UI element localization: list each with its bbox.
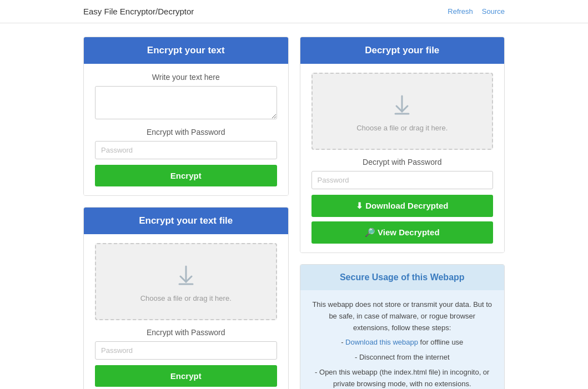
source-link[interactable]: Source: [482, 7, 505, 16]
decrypt-password-input[interactable]: [311, 171, 494, 189]
secure-body: This webapp does not store or transmit y…: [300, 290, 505, 389]
text-input[interactable]: [95, 86, 277, 119]
left-column: Encrypt your text Write your text here E…: [83, 37, 289, 389]
top-bar: Easy File Encryptor/Decryptor Refresh So…: [0, 0, 588, 23]
encrypt-text-card: Encrypt your text Write your text here E…: [83, 37, 289, 196]
encrypt-file-button[interactable]: Encrypt: [95, 365, 277, 387]
secure-title: Secure Usage of this Webapp: [340, 272, 465, 282]
encrypt-text-header: Encrypt your text: [84, 37, 288, 64]
decrypt-drop-text: Choose a file or drag it here.: [356, 124, 448, 132]
encrypt-file-drop-zone[interactable]: Choose a file or drag it here.: [95, 243, 277, 320]
encrypt-file-header: Encrypt your text file: [84, 208, 288, 234]
encrypt-text-password-input[interactable]: [95, 141, 277, 159]
encrypt-file-password-label: Encrypt with Password: [95, 328, 277, 337]
secure-card: Secure Usage of this Webapp This webapp …: [300, 264, 505, 389]
app-title: Easy File Encryptor/Decryptor: [83, 7, 194, 16]
encrypt-file-body: Choose a file or drag it here. Encrypt w…: [84, 234, 288, 389]
secure-step2: - Disconnect from the internet: [311, 352, 494, 363]
secure-step1-prefix: -: [341, 338, 345, 346]
encrypt-file-password-input[interactable]: [95, 341, 277, 360]
decrypt-header: Decrypt your file: [300, 37, 505, 64]
encrypt-file-card: Encrypt your text file Choose a file or …: [83, 207, 289, 389]
upload-icon: [172, 261, 200, 289]
secure-download-link[interactable]: Download this webapp: [345, 338, 418, 346]
encrypt-file-drop-text: Choose a file or drag it here.: [140, 294, 232, 302]
view-decrypted-button[interactable]: 🔎 View Decrypted: [311, 221, 494, 244]
main-content: Encrypt your text Write your text here E…: [0, 23, 588, 389]
secure-step1: - Download this webapp for offline use: [311, 337, 494, 348]
download-decrypted-button[interactable]: ⬇ Download Decrypted: [311, 195, 494, 217]
decrypt-drop-zone[interactable]: Choose a file or drag it here.: [311, 73, 494, 150]
secure-step3: - Open this webapp (the index.html file)…: [311, 367, 494, 389]
right-column: Decrypt your file Choose a file or drag …: [300, 37, 505, 389]
decrypt-password-label: Decrypt with Password: [311, 158, 494, 166]
secure-step1-suffix: for offline use: [418, 338, 463, 346]
encrypt-text-button[interactable]: Encrypt: [95, 165, 277, 186]
download-icon: [388, 90, 416, 118]
secure-card-header: Secure Usage of this Webapp: [300, 265, 505, 290]
encrypt-text-body: Write your text here Encrypt with Passwo…: [84, 64, 288, 195]
decrypt-card: Decrypt your file Choose a file or drag …: [300, 37, 505, 253]
encrypt-password-label: Encrypt with Password: [95, 128, 277, 137]
decrypt-body: Choose a file or drag it here. Decrypt w…: [300, 64, 505, 252]
refresh-link[interactable]: Refresh: [448, 7, 473, 16]
nav-links: Refresh Source: [448, 7, 505, 16]
secure-line1: This webapp does not store or transmit y…: [311, 299, 494, 334]
text-label: Write your text here: [95, 73, 277, 82]
